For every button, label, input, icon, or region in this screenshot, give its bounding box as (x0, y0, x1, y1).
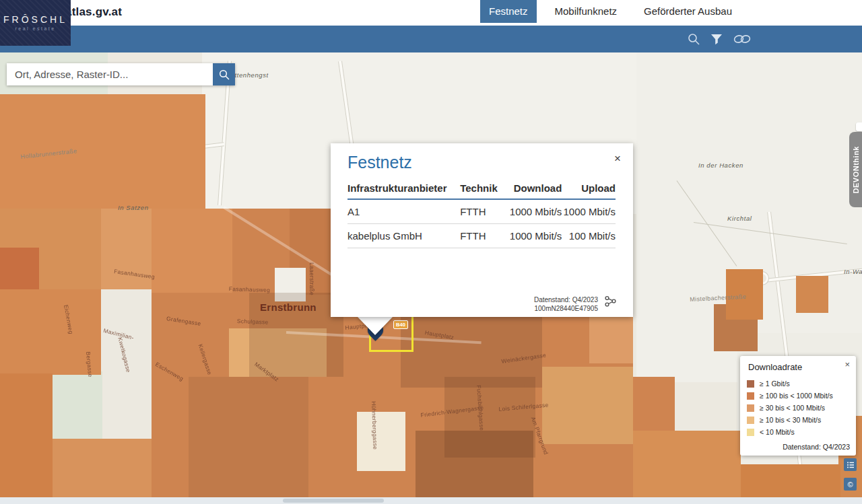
map-label: Bergasse (85, 351, 94, 377)
map-label: Ernstbrunn (260, 301, 317, 313)
map-label: Hauptplatz (424, 329, 455, 340)
table-header-row: Infrastrukturanbieter Technik Download U… (347, 178, 616, 199)
cell-upload: 1000 Mbit/s (562, 199, 616, 224)
map-label: Hühnerberggasse (370, 401, 379, 449)
app-window: TettenhengstHollabrunnerstraßeIn SatzenI… (0, 0, 862, 504)
raster-id-text: 100mN28440E47905 (534, 304, 598, 313)
legend-close-icon[interactable]: × (844, 360, 850, 369)
froeschl-logo: FRÔSCHL real estate (0, 0, 71, 46)
tab-gefoerderter-ausbau[interactable]: Geförderter Ausbau (635, 0, 741, 23)
tab-festnetz[interactable]: Festnetz (480, 0, 537, 23)
map-label: Grafengasse (166, 315, 201, 327)
legend-swatch (747, 404, 754, 412)
map-label: Kwetkogasse (117, 336, 132, 373)
map-label: Schulgasse (237, 318, 269, 326)
search-bar (7, 63, 235, 85)
provider-table: Infrastrukturanbieter Technik Download U… (347, 178, 616, 248)
list-icon (847, 461, 855, 469)
map-label: Lois Schiferlgasse (498, 402, 549, 412)
cell-download: 1000 Mbit/s (503, 224, 562, 248)
festnetz-popup: Festnetz × Infrastrukturanbieter Technik… (331, 143, 633, 317)
main-tabs: Festnetz Mobilfunknetz Geförderter Ausba… (480, 0, 741, 23)
map-label: Weinäckergasse (501, 352, 547, 365)
legend-item: ≥ 10 bis < 30 Mbit/s (747, 414, 833, 426)
popup-pointer (357, 316, 393, 335)
legend-item: ≥ 30 bis < 100 Mbit/s (747, 402, 833, 414)
map-label: Am Pfarrgrund (530, 416, 550, 456)
col-infrastrukturanbieter: Infrastrukturanbieter (347, 178, 460, 199)
map-label: Marktplatz (253, 361, 280, 383)
map-toolbar (0, 26, 862, 52)
cell-technik: FTTH (460, 199, 503, 224)
cell-download: 1000 Mbit/s (503, 199, 562, 224)
cell-technik: FTTH (460, 224, 503, 248)
datenstand-text: Datenstand: Q4/2023 (534, 295, 598, 304)
legend-datenstand: Datenstand: Q4/2023 (783, 443, 850, 451)
map-label: Eschenweg (154, 361, 185, 382)
search-button[interactable] (213, 63, 235, 85)
cell-upload: 100 Mbit/s (562, 224, 616, 248)
logo-subtext: real estate (0, 26, 71, 31)
map-label: Hollabrunnerstraße (20, 147, 77, 160)
map-label: Friedrich-Wagnergasse (420, 404, 484, 419)
table-row: kabelplus GmbH FTTH 1000 Mbit/s 100 Mbit… (347, 224, 616, 248)
legend-panel: Downloadrate × ≥ 1 Gbit/s ≥ 100 bis < 10… (740, 356, 856, 456)
legend-swatch (747, 380, 754, 388)
popup-title: Festnetz (347, 153, 412, 172)
map-label: Fasanhausweg (114, 268, 156, 280)
horizontal-scrollbar[interactable] (0, 497, 862, 504)
attribution-button[interactable]: © (844, 478, 857, 491)
link-icon[interactable] (732, 33, 752, 45)
legend-toggle-button[interactable] (844, 458, 857, 471)
logo-text: FRÔSCHL (0, 14, 71, 25)
cell-provider: kabelplus GmbH (347, 224, 460, 248)
legend-item: < 10 Mbit/s (747, 426, 833, 438)
map-label: Kirchtal (727, 215, 752, 222)
map-label: Fasanhausweg (229, 285, 271, 293)
tab-mobilfunknetz[interactable]: Mobilfunknetz (546, 0, 626, 23)
map-label: In der Hacken (698, 161, 743, 169)
page-title: atlas.gv.at (65, 5, 122, 19)
legend-item: ≥ 100 bis < 1000 Mbit/s (747, 390, 833, 402)
map-label: Kellergasse (197, 343, 213, 375)
map-label: In Satzen (118, 204, 149, 211)
search-icon[interactable] (687, 32, 701, 46)
legend-swatch (747, 417, 754, 424)
search-input[interactable] (7, 63, 213, 85)
map-label: Mistelbacherstraße (690, 293, 746, 303)
search-icon (218, 69, 230, 81)
popup-close-icon[interactable]: × (614, 153, 621, 164)
legend-swatch (747, 392, 754, 400)
filter-icon[interactable] (710, 34, 723, 45)
map-label: In-Wa (844, 268, 862, 275)
col-technik: Technik (460, 178, 503, 199)
legend-swatch (747, 429, 754, 436)
legend-item: ≥ 1 Gbit/s (747, 377, 833, 390)
col-download: Download (503, 178, 562, 199)
devonthink-label: DEVONthink (852, 146, 860, 193)
table-row: A1 FTTH 1000 Mbit/s 1000 Mbit/s (347, 199, 616, 224)
header-bar: atlas.gv.at Festnetz Mobilfunknetz Geför… (0, 0, 862, 26)
devonthink-clipper-tab[interactable]: DEVONthink (849, 132, 862, 207)
map-label: Laaerstraße (308, 262, 315, 295)
scrollbar-thumb[interactable] (283, 499, 384, 503)
popup-footer: Datenstand: Q4/2023 100mN28440E47905 (534, 295, 598, 313)
col-upload: Upload (562, 178, 616, 199)
map-label: Eichenweg (63, 304, 75, 334)
map-label: Fuchsbichlgasse (475, 385, 486, 431)
legend-title: Downloadrate (748, 362, 802, 372)
side-sliver (856, 122, 862, 131)
cell-provider: A1 (347, 199, 460, 224)
share-icon[interactable] (604, 295, 617, 310)
